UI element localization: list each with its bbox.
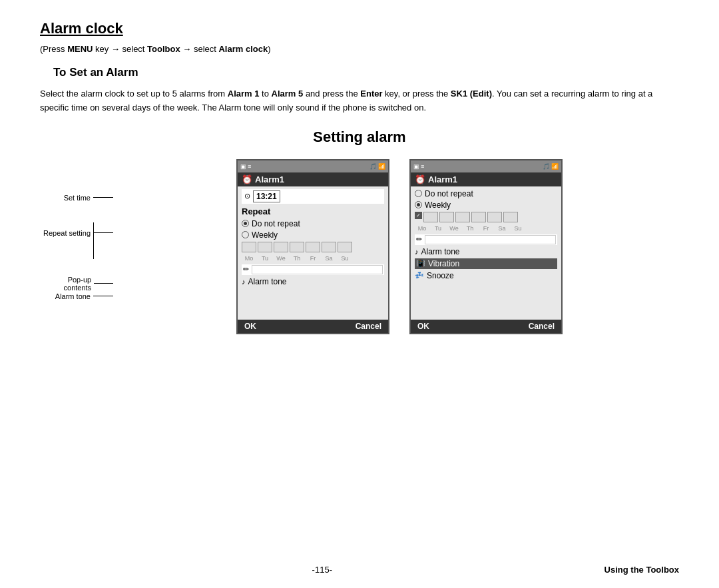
vibration-row: 📳 Vibration [415, 258, 557, 269]
day-fr-box [306, 242, 320, 252]
left-cancel-button[interactable]: Cancel [356, 322, 381, 331]
right-do-not-repeat-row: Do not repeat [415, 189, 557, 198]
right-status-bar: ▣ ≡ 🎵 📶 [411, 160, 561, 172]
day-mo-box [242, 242, 256, 252]
subtitle-middle1: key → select [93, 44, 147, 54]
do-not-repeat-label: Do not repeat [252, 219, 300, 228]
right-popup-row: ✏ [415, 234, 557, 245]
day-sa-box [322, 242, 336, 252]
right-day-mo-label: Mo [415, 225, 429, 232]
right-day-th-box [455, 212, 470, 222]
subtitle: (Press MENU key → select Toolbox → selec… [40, 44, 679, 54]
alarm-tone-row: ♪ Alarm tone [242, 277, 384, 286]
days-labels: Mo Tu We Th Fr Sa Su [242, 255, 384, 262]
snooze-icon: 💤 [415, 271, 424, 280]
camera-icon-right: 🎵 [543, 163, 550, 170]
day-sa-label: Sa [322, 255, 336, 262]
toolbox-link: Toolbox [147, 44, 180, 54]
setting-alarm-title: Setting alarm [40, 129, 679, 146]
weekly-label: Weekly [252, 230, 278, 240]
subtitle-suffix: ) [268, 44, 270, 54]
right-day-we-label: We [447, 225, 461, 232]
alarm-clock-link: Alarm clock [218, 44, 268, 54]
body-text: Select the alarm clock to set up to 5 al… [40, 87, 679, 115]
page-footer: -115- Using the Toolbox [0, 565, 719, 575]
snooze-label: Snooze [427, 271, 454, 280]
left-status-bar: ▣ ≡ 🎵 📶 [238, 160, 388, 172]
right-screen-title: Alarm1 [428, 174, 457, 184]
day-th-label: Th [290, 255, 304, 262]
set-time-label: Set time [64, 194, 113, 202]
left-status-icons-right: 🎵 📶 [369, 163, 385, 170]
snooze-row: 💤 Snooze [415, 271, 557, 280]
day-su-label: Su [338, 255, 352, 262]
right-phone-body: Do not repeat Weekly [411, 186, 561, 320]
vibrate-icon: 📳 [416, 259, 425, 268]
signal-icon-right: 📶 [551, 163, 559, 170]
left-title-bar: ⏰ Alarm1 [238, 172, 388, 186]
right-do-not-repeat-label: Do not repeat [425, 189, 473, 198]
right-title-bar: ⏰ Alarm1 [411, 172, 561, 186]
weekly-radio[interactable] [242, 231, 249, 238]
right-day-sa-box [487, 212, 502, 222]
right-phone-screen: ▣ ≡ 🎵 📶 ⏰ Alarm1 Do not repeat [409, 159, 563, 334]
left-phone-screen: ▣ ≡ 🎵 📶 ⏰ Alarm1 ⊙ 13:21 [236, 159, 389, 334]
right-day-fr-label: Fr [479, 225, 493, 232]
alarm-tone-label: Alarm tone [55, 292, 113, 300]
weekly-row: Weekly [242, 230, 384, 240]
time-row: ⊙ 13:21 [242, 189, 384, 204]
left-status-icons-left: ▣ ≡ [240, 163, 251, 170]
right-day-fr-box [471, 212, 486, 222]
right-status-icons-right: 🎵 📶 [543, 163, 559, 170]
right-do-not-repeat-radio[interactable] [415, 190, 422, 197]
right-weekly-radio[interactable] [415, 201, 422, 208]
right-day-su-label: Su [511, 225, 525, 232]
right-music-icon: ♪ [415, 248, 419, 256]
right-weekly-label: Weekly [425, 200, 451, 210]
clock-icon-left: ⊙ [244, 192, 250, 200]
battery-icon-right: ▣ [413, 163, 419, 170]
day-fr-label: Fr [306, 255, 320, 262]
repeat-label: Repeat [242, 206, 384, 216]
day-mo-label: Mo [242, 255, 256, 262]
day-su-box [338, 242, 352, 252]
alarm-tone-text-left: Alarm tone [248, 277, 287, 286]
do-not-repeat-radio[interactable] [242, 220, 249, 227]
time-display: 13:21 [253, 190, 280, 202]
menu-key: MENU [67, 44, 93, 54]
menu-icon-right: ≡ [421, 163, 424, 170]
subtitle-prefix: (Press [40, 44, 67, 54]
left-phone-footer: OK Cancel [238, 320, 388, 333]
right-day-tu-label: Tu [431, 225, 445, 232]
right-cancel-button[interactable]: Cancel [529, 322, 555, 331]
signal-icon: 📶 [378, 163, 385, 170]
subtitle-middle2: → select [180, 44, 219, 54]
right-alarm-tone-row: ♪ Alarm tone [415, 247, 557, 256]
right-day-su-box [503, 212, 518, 222]
footer-right-text: Using the Toolbox [604, 565, 679, 575]
day-we-box [274, 242, 288, 252]
right-weekly-row: Weekly [415, 200, 557, 210]
right-day-th-label: Th [463, 225, 477, 232]
day-th-box [290, 242, 304, 252]
left-phone-body: ⊙ 13:21 Repeat Do not repeat Weekly [238, 186, 388, 320]
camera-icon: 🎵 [369, 163, 377, 170]
right-status-icons-left: ▣ ≡ [413, 163, 424, 170]
left-screen-title: Alarm1 [255, 174, 284, 184]
do-not-repeat-row: Do not repeat [242, 219, 384, 228]
right-pencil-icon: ✏ [416, 235, 422, 244]
right-day-mo-box[interactable] [415, 212, 422, 219]
alarm-icon-left: ⏰ [242, 174, 252, 184]
battery-icon: ▣ [240, 163, 246, 170]
right-phone-footer: OK Cancel [411, 320, 561, 333]
page-number: -115- [40, 565, 604, 575]
left-ok-button[interactable]: OK [244, 322, 256, 331]
days-boxes [242, 242, 384, 252]
right-ok-button[interactable]: OK [417, 322, 429, 331]
right-days-labels: Mo Tu We Th Fr Sa Su [415, 225, 557, 232]
menu-icon: ≡ [248, 163, 251, 170]
section1-title: To Set an Alarm [53, 66, 679, 79]
right-alarm-tone-text: Alarm tone [421, 247, 460, 256]
music-icon-left: ♪ [242, 278, 246, 286]
right-day-tu-box [423, 212, 438, 222]
